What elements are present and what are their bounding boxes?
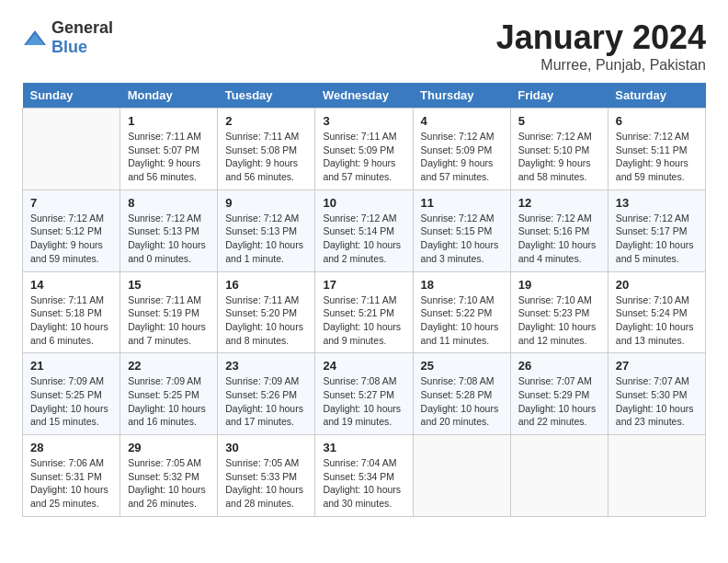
calendar-table: SundayMondayTuesdayWednesdayThursdayFrid… <box>22 83 706 517</box>
calendar-cell: 20Sunrise: 7:10 AMSunset: 5:24 PMDayligh… <box>608 271 705 353</box>
day-number: 13 <box>616 196 698 210</box>
week-row-1: 1Sunrise: 7:11 AMSunset: 5:07 PMDaylight… <box>23 109 706 190</box>
day-info: Sunrise: 7:11 AMSunset: 5:18 PMDaylight:… <box>30 293 112 348</box>
day-number: 1 <box>128 114 210 128</box>
day-number: 18 <box>421 278 503 292</box>
weekday-header-row: SundayMondayTuesdayWednesdayThursdayFrid… <box>23 83 706 109</box>
day-number: 31 <box>323 441 404 454</box>
day-number: 9 <box>225 196 307 210</box>
day-number: 30 <box>225 441 307 454</box>
day-number: 23 <box>225 359 307 373</box>
day-info: Sunrise: 7:12 AMSunset: 5:09 PMDaylight:… <box>421 130 503 184</box>
page-header: General Blue January 2024 Murree, Punjab… <box>22 18 706 74</box>
title-section: January 2024 Murree, Punjab, Pakistan <box>496 18 706 74</box>
weekday-header-monday: Monday <box>120 83 218 109</box>
calendar-cell: 19Sunrise: 7:10 AMSunset: 5:23 PMDayligh… <box>510 271 608 353</box>
day-info: Sunrise: 7:12 AMSunset: 5:15 PMDaylight:… <box>421 212 503 266</box>
day-info: Sunrise: 7:11 AMSunset: 5:09 PMDaylight:… <box>323 130 404 184</box>
day-number: 5 <box>518 114 600 128</box>
calendar-cell: 25Sunrise: 7:08 AMSunset: 5:28 PMDayligh… <box>413 353 510 435</box>
day-number: 20 <box>616 278 698 292</box>
day-info: Sunrise: 7:11 AMSunset: 5:19 PMDaylight:… <box>128 293 210 348</box>
calendar-cell <box>510 435 608 517</box>
day-info: Sunrise: 7:12 AMSunset: 5:11 PMDaylight:… <box>616 130 698 184</box>
logo: General Blue <box>22 18 113 57</box>
day-number: 29 <box>128 441 210 454</box>
day-number: 15 <box>128 278 210 292</box>
day-number: 28 <box>30 441 112 454</box>
calendar-cell: 3Sunrise: 7:11 AMSunset: 5:09 PMDaylight… <box>315 109 413 190</box>
day-info: Sunrise: 7:12 AMSunset: 5:10 PMDaylight:… <box>518 130 600 184</box>
week-row-4: 21Sunrise: 7:09 AMSunset: 5:25 PMDayligh… <box>23 353 706 435</box>
calendar-cell: 6Sunrise: 7:12 AMSunset: 5:11 PMDaylight… <box>608 109 705 190</box>
logo-text-blue: Blue <box>51 38 87 56</box>
day-info: Sunrise: 7:11 AMSunset: 5:20 PMDaylight:… <box>225 293 307 348</box>
day-info: Sunrise: 7:05 AMSunset: 5:32 PMDaylight:… <box>128 456 210 511</box>
day-info: Sunrise: 7:08 AMSunset: 5:28 PMDaylight:… <box>421 374 503 429</box>
calendar-cell: 12Sunrise: 7:12 AMSunset: 5:16 PMDayligh… <box>510 190 608 271</box>
week-row-5: 28Sunrise: 7:06 AMSunset: 5:31 PMDayligh… <box>23 435 706 517</box>
calendar-cell: 4Sunrise: 7:12 AMSunset: 5:09 PMDaylight… <box>413 109 510 190</box>
day-number: 24 <box>323 359 404 373</box>
day-info: Sunrise: 7:10 AMSunset: 5:23 PMDaylight:… <box>518 293 600 348</box>
week-row-3: 14Sunrise: 7:11 AMSunset: 5:18 PMDayligh… <box>23 271 706 353</box>
day-number: 19 <box>518 278 600 292</box>
day-number: 16 <box>225 278 307 292</box>
day-info: Sunrise: 7:09 AMSunset: 5:26 PMDaylight:… <box>225 374 307 429</box>
calendar-cell: 30Sunrise: 7:05 AMSunset: 5:33 PMDayligh… <box>218 435 315 517</box>
day-info: Sunrise: 7:06 AMSunset: 5:31 PMDaylight:… <box>30 456 112 511</box>
weekday-header-sunday: Sunday <box>23 83 120 109</box>
calendar-cell: 1Sunrise: 7:11 AMSunset: 5:07 PMDaylight… <box>120 109 218 190</box>
day-number: 4 <box>421 114 503 128</box>
day-info: Sunrise: 7:12 AMSunset: 5:13 PMDaylight:… <box>225 212 307 266</box>
calendar-cell: 15Sunrise: 7:11 AMSunset: 5:19 PMDayligh… <box>120 271 218 353</box>
day-info: Sunrise: 7:07 AMSunset: 5:30 PMDaylight:… <box>616 374 698 429</box>
calendar-cell: 9Sunrise: 7:12 AMSunset: 5:13 PMDaylight… <box>218 190 315 271</box>
day-number: 6 <box>616 114 698 128</box>
calendar-cell <box>608 435 705 517</box>
calendar-cell: 23Sunrise: 7:09 AMSunset: 5:26 PMDayligh… <box>218 353 315 435</box>
weekday-header-saturday: Saturday <box>608 83 705 109</box>
calendar-cell: 7Sunrise: 7:12 AMSunset: 5:12 PMDaylight… <box>23 190 120 271</box>
calendar-cell: 16Sunrise: 7:11 AMSunset: 5:20 PMDayligh… <box>218 271 315 353</box>
day-info: Sunrise: 7:11 AMSunset: 5:08 PMDaylight:… <box>225 130 307 184</box>
weekday-header-friday: Friday <box>510 83 608 109</box>
day-info: Sunrise: 7:10 AMSunset: 5:24 PMDaylight:… <box>616 293 698 348</box>
weekday-header-tuesday: Tuesday <box>218 83 315 109</box>
day-info: Sunrise: 7:10 AMSunset: 5:22 PMDaylight:… <box>421 293 503 348</box>
day-number: 25 <box>421 359 503 373</box>
day-number: 22 <box>128 359 210 373</box>
calendar-cell: 2Sunrise: 7:11 AMSunset: 5:08 PMDaylight… <box>218 109 315 190</box>
day-number: 17 <box>323 278 404 292</box>
calendar-cell: 27Sunrise: 7:07 AMSunset: 5:30 PMDayligh… <box>608 353 705 435</box>
weekday-header-wednesday: Wednesday <box>315 83 413 109</box>
day-number: 10 <box>323 196 404 210</box>
day-info: Sunrise: 7:09 AMSunset: 5:25 PMDaylight:… <box>30 374 112 429</box>
day-info: Sunrise: 7:08 AMSunset: 5:27 PMDaylight:… <box>323 374 404 429</box>
calendar-cell: 18Sunrise: 7:10 AMSunset: 5:22 PMDayligh… <box>413 271 510 353</box>
day-info: Sunrise: 7:12 AMSunset: 5:16 PMDaylight:… <box>518 212 600 266</box>
day-number: 2 <box>225 114 307 128</box>
day-number: 26 <box>518 359 600 373</box>
day-number: 12 <box>518 196 600 210</box>
day-number: 27 <box>616 359 698 373</box>
weekday-header-thursday: Thursday <box>413 83 510 109</box>
day-number: 14 <box>30 278 112 292</box>
calendar-cell: 29Sunrise: 7:05 AMSunset: 5:32 PMDayligh… <box>120 435 218 517</box>
calendar-cell: 10Sunrise: 7:12 AMSunset: 5:14 PMDayligh… <box>315 190 413 271</box>
day-number: 21 <box>30 359 112 373</box>
day-info: Sunrise: 7:11 AMSunset: 5:21 PMDaylight:… <box>323 293 404 348</box>
calendar-cell: 8Sunrise: 7:12 AMSunset: 5:13 PMDaylight… <box>120 190 218 271</box>
calendar-cell: 17Sunrise: 7:11 AMSunset: 5:21 PMDayligh… <box>315 271 413 353</box>
month-title: January 2024 <box>496 18 706 57</box>
week-row-2: 7Sunrise: 7:12 AMSunset: 5:12 PMDaylight… <box>23 190 706 271</box>
day-info: Sunrise: 7:12 AMSunset: 5:17 PMDaylight:… <box>616 212 698 266</box>
calendar-cell: 11Sunrise: 7:12 AMSunset: 5:15 PMDayligh… <box>413 190 510 271</box>
day-info: Sunrise: 7:09 AMSunset: 5:25 PMDaylight:… <box>128 374 210 429</box>
day-info: Sunrise: 7:12 AMSunset: 5:12 PMDaylight:… <box>30 212 112 266</box>
calendar-cell: 21Sunrise: 7:09 AMSunset: 5:25 PMDayligh… <box>23 353 120 435</box>
day-info: Sunrise: 7:05 AMSunset: 5:33 PMDaylight:… <box>225 456 307 511</box>
day-info: Sunrise: 7:11 AMSunset: 5:07 PMDaylight:… <box>128 130 210 184</box>
day-info: Sunrise: 7:12 AMSunset: 5:14 PMDaylight:… <box>323 212 404 266</box>
calendar-cell: 14Sunrise: 7:11 AMSunset: 5:18 PMDayligh… <box>23 271 120 353</box>
